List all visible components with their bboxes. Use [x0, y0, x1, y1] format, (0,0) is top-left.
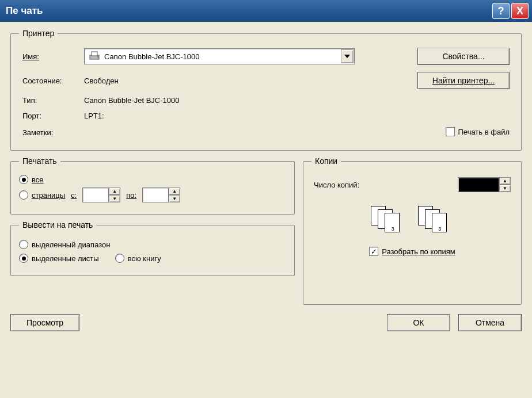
printer-type-value: Canon Bubble-Jet BJC-1000 [82, 93, 512, 108]
printer-port-label: Порт: [20, 109, 81, 123]
printer-comment-label: Заметки: [20, 124, 81, 141]
range-all-radio[interactable]: все [19, 175, 44, 184]
preview-button[interactable]: Просмотр [10, 314, 79, 331]
print-range-group: Печатать все страницы с: ▲▼ [10, 156, 295, 215]
output-selection-radio[interactable]: выделенный диапазон [19, 240, 110, 249]
output-sheets-radio[interactable]: выделенные листы [19, 254, 99, 263]
radio-icon [19, 240, 28, 249]
output-sheets-label: выделенные листы [32, 254, 99, 263]
range-to-label: по: [126, 191, 136, 200]
printer-status-label: Состояние: [20, 69, 81, 92]
chevron-down-icon[interactable] [341, 49, 354, 63]
spin-down-icon[interactable]: ▼ [169, 195, 180, 202]
printer-type-label: Тип: [20, 93, 81, 108]
help-button[interactable]: ? [492, 3, 510, 19]
page-icon: 3 [432, 213, 447, 232]
cancel-button[interactable]: Отмена [458, 314, 522, 331]
printer-group: Принтер Имя: Canon Bubble-Jet BJC-1000 [10, 29, 522, 151]
spin-down-icon[interactable]: ▼ [109, 195, 120, 202]
range-pages-radio[interactable]: страницы [19, 190, 65, 200]
collate-label: Разобрать по копиям [382, 247, 455, 256]
print-to-file-checkbox[interactable]: Печать в файл [446, 127, 510, 136]
range-to-spinner[interactable]: ▲▼ [142, 187, 180, 202]
printer-comment-value [82, 124, 407, 141]
printer-name-value: Canon Bubble-Jet BJC-1000 [104, 52, 341, 61]
copies-count-spinner[interactable]: ▲▼ [458, 177, 511, 192]
printer-port-value: LPT1: [82, 109, 512, 123]
spin-up-icon[interactable]: ▲ [499, 177, 511, 185]
checkbox-checked-icon: ✓ [369, 247, 378, 256]
output-workbook-radio[interactable]: всю книгу [115, 254, 161, 263]
output-group: Вывести на печать выделенный диапазон вы… [10, 220, 295, 276]
window-title: Пе чать [6, 5, 491, 17]
titlebar: Пе чать ? X [0, 0, 532, 22]
copies-group: Копии Число копий: ▲▼ 1 2 3 1 [303, 156, 522, 305]
range-from-input[interactable] [82, 187, 109, 202]
printer-legend: Принтер [19, 29, 58, 38]
output-workbook-label: всю книгу [128, 254, 161, 263]
printer-name-select[interactable]: Canon Bubble-Jet BJC-1000 [84, 48, 355, 64]
range-pages-label: страницы [32, 191, 65, 200]
copies-count-input[interactable] [458, 177, 499, 192]
copies-count-label: Число копий: [314, 181, 359, 189]
print-to-file-label: Печать в файл [458, 128, 510, 136]
range-all-label: все [32, 175, 44, 184]
printer-status-value: Свободен [82, 69, 407, 92]
printer-name-label: Имя: [20, 45, 81, 68]
radio-icon [115, 254, 124, 263]
output-selection-label: выделенный диапазон [32, 240, 110, 249]
range-to-input[interactable] [142, 187, 169, 202]
print-range-legend: Печатать [19, 156, 60, 166]
checkbox-icon [446, 127, 455, 136]
properties-button[interactable]: Свойства... [417, 48, 510, 65]
radio-icon [19, 175, 28, 184]
find-printer-button[interactable]: Найти принтер... [417, 72, 510, 89]
page-icon: 3 [385, 213, 400, 232]
printer-icon [88, 51, 101, 63]
collate-checkbox[interactable]: ✓ Разобрать по копиям [369, 247, 455, 256]
radio-icon [19, 190, 28, 200]
close-button[interactable]: X [511, 3, 529, 19]
spin-up-icon[interactable]: ▲ [169, 187, 180, 195]
spin-down-icon[interactable]: ▼ [499, 185, 511, 192]
range-from-label: с: [71, 191, 77, 200]
radio-icon [19, 254, 28, 263]
spin-up-icon[interactable]: ▲ [109, 187, 120, 195]
range-from-spinner[interactable]: ▲▼ [82, 187, 120, 202]
ok-button[interactable]: ОК [387, 314, 450, 331]
svg-marker-3 [344, 55, 350, 58]
copies-legend: Копии [311, 156, 341, 166]
collate-illustration: 1 2 3 1 2 3 [311, 202, 513, 239]
svg-rect-1 [92, 52, 97, 56]
output-legend: Вывести на печать [19, 220, 96, 229]
svg-point-2 [97, 56, 98, 57]
